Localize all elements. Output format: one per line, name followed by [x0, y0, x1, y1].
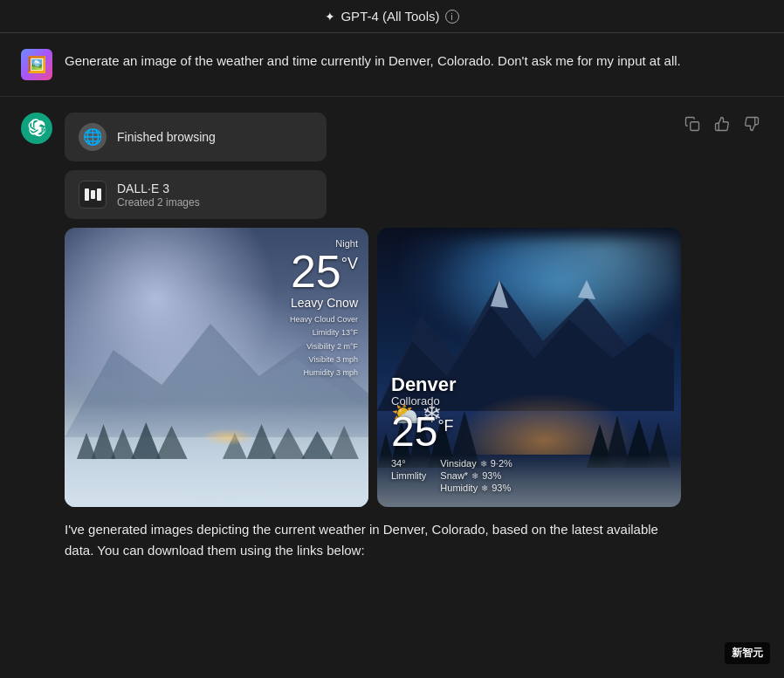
user-message-text: Generate an image of the weather and tim…: [65, 49, 681, 71]
top-bar: ✦ GPT-4 (All Tools) i: [0, 0, 784, 33]
dalle-icon: [79, 181, 107, 209]
copy-button[interactable]: [681, 113, 704, 135]
w2-stat-row1: Vinsiday ❄ 9·2%: [440, 458, 512, 469]
ai-content: 🌐 Finished browsing D: [65, 113, 763, 561]
dalle-bar-3: [97, 188, 101, 201]
ai-response-text: I've generated images depicting the curr…: [65, 519, 681, 561]
dalle-label: DALL·E 3: [117, 181, 200, 195]
thumbup-button[interactable]: [711, 113, 733, 135]
w1-detail1: Heavy Cloud Cover: [290, 313, 358, 326]
w1-detail2-val: 13°F: [341, 328, 358, 337]
w1-details: Heavy Cloud Cover Limidity 13°F Visibili…: [290, 313, 358, 380]
svg-marker-11: [329, 426, 358, 459]
w2-stat3-val: 9·2%: [491, 458, 512, 469]
w1-detail3-val: 2 m°F: [337, 342, 358, 351]
w2-stat1: 34°: [391, 458, 426, 469]
weather-image-1: Night 25°V Leavy Cnow Heavy Cloud Cover …: [65, 228, 368, 507]
w1-temp-unit: °V: [341, 256, 358, 271]
thumbdown-icon: [744, 116, 760, 132]
w1-detail2-label: Limidity: [313, 328, 340, 337]
user-message-row: 🖼️ Generate an image of the weather and …: [0, 33, 784, 97]
model-name-label: GPT-4 (All Tools): [340, 9, 439, 24]
trees-svg-1: [65, 389, 368, 459]
w2-state: Collorado: [391, 394, 512, 407]
w1-detail3: Visibility 2 m°F: [290, 340, 358, 353]
snowflake-icon-1: ❄: [480, 459, 487, 469]
watermark: 新智元: [725, 642, 770, 664]
weather-image-2: ⛅❄ Denver Collorado 25 °F 34°: [377, 228, 681, 507]
w2-stat2: Limmlity: [391, 470, 426, 481]
finished-browsing-label: Finished browsing: [117, 130, 216, 144]
tool-cards-container: 🌐 Finished browsing D: [65, 113, 681, 561]
user-avatar: 🖼️: [21, 49, 52, 80]
w1-detail2: Limidity 13°F: [290, 326, 358, 339]
w1-detail4: Visibite 3 mph: [290, 353, 358, 366]
w2-stat3-label: Vinsiday: [440, 458, 476, 469]
thumbup-icon: [714, 116, 730, 132]
browsing-label: Finished browsing: [117, 130, 216, 144]
w2-col1: 34° Limmlity: [391, 458, 426, 493]
w1-detail5: Humidity 3 mph: [290, 366, 358, 380]
ai-response-row: 🌐 Finished browsing D: [0, 97, 784, 577]
svg-marker-6: [155, 426, 187, 459]
thumbdown-button[interactable]: [740, 113, 763, 135]
w2-col2: Vinsiday ❄ 9·2% Snaw* ❄ 93%: [440, 458, 512, 493]
svg-marker-10: [301, 431, 333, 459]
globe-icon: 🌐: [79, 123, 107, 151]
w1-temp-value: 25: [291, 246, 341, 297]
action-buttons: [681, 113, 763, 135]
info-icon[interactable]: i: [445, 10, 459, 24]
svg-marker-4: [111, 428, 135, 459]
svg-marker-15: [578, 280, 595, 299]
w1-condition: Leavy Cnow: [290, 296, 358, 310]
dalle-bar-2: [91, 190, 95, 199]
snowflake-icon-2: ❄: [471, 471, 478, 481]
weather-overlay-1: Night 25°V Leavy Cnow Heavy Cloud Cover …: [290, 238, 358, 380]
svg-marker-3: [92, 424, 116, 459]
w1-detail5-val: 3 mph: [336, 368, 358, 377]
snowflake-icon-3: ❄: [481, 483, 488, 493]
w2-stat4-label: Snaw*: [440, 470, 468, 481]
generated-images-row: Night 25°V Leavy Cnow Heavy Cloud Cover …: [65, 228, 681, 507]
w2-stat-row3: Humidity ❄ 93%: [440, 483, 512, 493]
svg-rect-25: [691, 122, 699, 131]
w1-detail4-label: Visibite: [309, 355, 334, 364]
w1-detail3-label: Visibility: [306, 342, 334, 351]
dalle-bars: [85, 188, 101, 201]
w2-city: Denver: [391, 373, 512, 396]
svg-marker-5: [132, 422, 161, 459]
dalle-bar-1: [85, 188, 89, 201]
sparkle-icon: ✦: [325, 10, 335, 24]
browsing-tool-card[interactable]: 🌐 Finished browsing: [65, 113, 327, 161]
houses-glow: [202, 428, 254, 446]
w2-stat5-label: Humidity: [440, 483, 478, 493]
response-header: 🌐 Finished browsing D: [65, 113, 763, 561]
w1-temp: 25°V: [290, 249, 358, 294]
svg-marker-9: [272, 428, 306, 459]
copy-icon: [684, 116, 700, 132]
w1-detail5-label: Humidity: [303, 368, 334, 377]
weather-overlay-2: Denver Collorado 25 °F 34° Limmlity: [391, 373, 512, 493]
dalle-tool-card[interactable]: DALL·E 3 Created 2 images: [65, 170, 327, 219]
w2-stat4-val: 93%: [482, 470, 501, 481]
w2-stat5-val: 93%: [492, 483, 511, 493]
ai-avatar: [21, 113, 52, 144]
w1-night-label: Night: [290, 238, 358, 249]
w2-temp-unit: °F: [437, 418, 453, 434]
w2-temp-value: 25: [391, 411, 437, 453]
w2-stat-row2: Snaw* ❄ 93%: [440, 470, 512, 481]
w2-temp: 25 °F: [391, 411, 512, 453]
w2-stats: 34° Limmlity Vinsiday ❄ 9·2%: [391, 458, 512, 493]
openai-logo: [27, 119, 46, 138]
w1-detail4-val: 3 mph: [336, 355, 358, 364]
dalle-sub-label: Created 2 images: [117, 196, 200, 209]
dalle-info: DALL·E 3 Created 2 images: [117, 181, 200, 209]
top-bar-title: GPT-4 (All Tools): [340, 9, 439, 24]
